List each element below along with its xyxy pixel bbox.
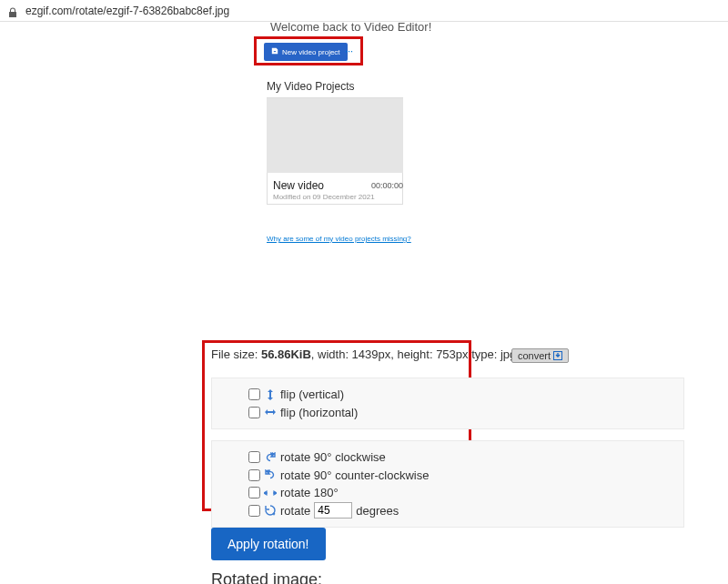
convert-button[interactable]: convert [511,348,569,363]
upload-icon [271,47,278,56]
rotate-custom-suffix: degrees [356,502,399,520]
rotate-ccw-label: rotate 90° counter-clockwise [280,467,429,485]
flip-vertical-checkbox[interactable] [248,388,260,400]
new-project-label: New video project [282,48,340,56]
flip-vertical-label: flip (vertical) [280,386,344,404]
rotate-custom-icon [264,504,277,517]
file-info: File size: 56.86KiB, width: 1439px, heig… [211,347,516,361]
url-bar: ezgif.com/rotate/ezgif-7-63826babc8ef.jp… [0,0,728,22]
dimensions-value: , width: 1439px, height: 753px [311,347,469,361]
rotation-options: flip (vertical) flip (horizontal) rotate… [211,378,684,539]
project-name: New video [273,179,324,192]
missing-projects-link[interactable]: Why are some of my video projects missin… [267,235,411,243]
apply-rotation-button[interactable]: Apply rotation! [211,528,326,560]
filesize-label: File size: [211,347,261,361]
flip-horizontal-row: flip (horizontal) [248,404,647,422]
project-thumbnail[interactable] [267,98,403,173]
rotate-ccw-checkbox[interactable] [248,469,260,481]
filetype-value: type: jpg [469,347,517,361]
rotate-custom-row: rotate degrees [248,502,647,520]
rotated-image-heading: Rotated image: [211,570,322,584]
lock-icon [7,5,18,16]
convert-label: convert [518,350,551,361]
rotate-180-icon [264,487,277,499]
rotate-180-label: rotate 180° [280,484,339,502]
rotate-180-checkbox[interactable] [248,487,260,498]
new-video-project-button[interactable]: New video project [264,43,348,61]
project-duration: 00:00:00 [371,181,403,190]
more-options-button[interactable]: ··· [345,45,353,56]
page-url: ezgif.com/rotate/ezgif-7-63826babc8ef.jp… [25,5,229,17]
rotate-cw-checkbox[interactable] [248,451,260,463]
flip-horizontal-label: flip (horizontal) [280,404,358,422]
download-icon [553,351,562,360]
project-modified: Modified on 09 December 2021 [273,193,375,201]
filesize-value: 56.86KiB [261,347,311,361]
rotate-ccw-icon [264,468,277,481]
flip-vertical-icon [264,388,277,401]
projects-heading: My Video Projects [267,80,355,93]
rotate-custom-prefix: rotate [280,502,310,520]
flip-options-group: flip (vertical) flip (horizontal) [211,378,684,429]
welcome-heading: Welcome back to Video Editor! [270,20,431,34]
rotate-options-group: rotate 90° clockwise rotate 90° counter-… [211,440,684,528]
rotate-180-row: rotate 180° [248,484,647,502]
flip-horizontal-checkbox[interactable] [248,407,260,418]
rotate-cw-row: rotate 90° clockwise [248,448,647,467]
flip-vertical-row: flip (vertical) [248,386,647,404]
rotate-cw-icon [264,451,277,464]
flip-horizontal-icon [264,406,277,418]
rotate-degrees-input[interactable] [314,502,352,519]
rotate-ccw-row: rotate 90° counter-clockwise [248,467,647,485]
rotate-custom-checkbox[interactable] [248,505,260,517]
rotate-cw-label: rotate 90° clockwise [280,448,386,467]
